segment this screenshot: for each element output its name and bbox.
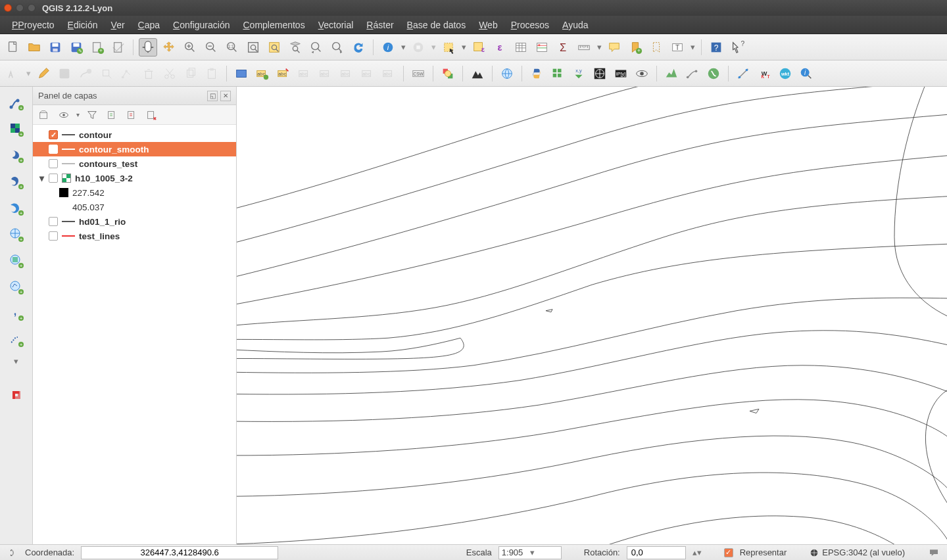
plugin-visibility-button[interactable] bbox=[633, 64, 651, 83]
statistics-button[interactable]: Σ bbox=[554, 38, 572, 57]
zoom-next-button[interactable] bbox=[328, 38, 347, 57]
refresh-button[interactable] bbox=[349, 38, 368, 57]
layer-remove-button[interactable] bbox=[144, 108, 158, 122]
identify-dropdown[interactable]: ▾ bbox=[400, 42, 406, 52]
open-table-button[interactable] bbox=[512, 38, 530, 57]
expand-icon[interactable]: ▾ bbox=[37, 173, 46, 183]
add-postgis-button[interactable]: + bbox=[7, 146, 26, 166]
layer-checkbox[interactable] bbox=[49, 159, 58, 168]
text-annotation-button[interactable]: T bbox=[668, 38, 687, 57]
select-dropdown[interactable]: ▾ bbox=[460, 42, 467, 52]
layer-row-contours-test[interactable]: contours_test bbox=[33, 156, 236, 171]
menu-vectorial[interactable]: Vectorial bbox=[312, 20, 360, 30]
menu-basedatos[interactable]: Base de datos bbox=[401, 20, 473, 30]
open-project-button[interactable] bbox=[25, 38, 43, 57]
new-project-button[interactable] bbox=[4, 38, 22, 57]
scale-combo[interactable]: 1:905 ▾ bbox=[498, 546, 562, 559]
layer-checkbox[interactable] bbox=[49, 130, 58, 139]
window-minimize-icon[interactable] bbox=[16, 4, 24, 12]
add-delimited-button[interactable]: ,+ bbox=[7, 304, 26, 323]
help-button[interactable]: ? bbox=[707, 38, 725, 57]
menu-ver[interactable]: Ver bbox=[105, 20, 132, 30]
render-checkbox[interactable] bbox=[724, 548, 733, 557]
plugin-checker-button[interactable] bbox=[439, 64, 457, 83]
layer-expand-button[interactable] bbox=[105, 108, 119, 122]
select-features-button[interactable] bbox=[439, 38, 458, 57]
plugin-globe-button[interactable] bbox=[498, 64, 516, 83]
plugin-wkt2-button[interactable]: wkt bbox=[776, 64, 794, 83]
add-wcs-button[interactable]: + bbox=[7, 251, 26, 271]
raster-class-row[interactable]: 227.542 bbox=[33, 185, 236, 200]
plugin-terrain-button[interactable] bbox=[468, 64, 487, 83]
rotation-input[interactable] bbox=[627, 546, 686, 559]
plugin-grid-button[interactable] bbox=[548, 64, 567, 83]
csw-button[interactable]: CSW bbox=[409, 64, 427, 83]
crs-button[interactable]: EPSG:3042 (al vuelo) bbox=[809, 548, 905, 558]
layer-checkbox[interactable] bbox=[49, 145, 58, 154]
map-canvas[interactable] bbox=[237, 87, 947, 544]
menu-ayuda[interactable]: Ayuda bbox=[556, 20, 595, 30]
plugin-ipython-button[interactable]: IP[y] bbox=[612, 64, 630, 83]
plugin-profile-button[interactable] bbox=[662, 64, 681, 83]
panel-close-button[interactable]: ✕ bbox=[220, 91, 231, 101]
field-calculator-button[interactable] bbox=[533, 38, 551, 57]
zoom-selection-button[interactable] bbox=[265, 38, 283, 57]
messages-icon[interactable] bbox=[927, 548, 940, 558]
plugin-python-button[interactable] bbox=[527, 64, 546, 83]
layer-row-contour[interactable]: contour bbox=[33, 128, 236, 142]
whats-this-button[interactable]: ? bbox=[728, 38, 746, 57]
add-wms-button[interactable]: + bbox=[7, 225, 26, 245]
layer-visibility-button[interactable] bbox=[57, 108, 71, 122]
plugin-info-button[interactable]: i bbox=[797, 64, 815, 83]
window-maximize-icon[interactable] bbox=[28, 4, 36, 12]
show-bookmarks-button[interactable] bbox=[647, 38, 666, 57]
coord-input[interactable] bbox=[81, 546, 278, 559]
map-tips-button[interactable] bbox=[605, 38, 623, 57]
add-wfs-button[interactable]: + bbox=[7, 277, 26, 297]
layer-row-testlines[interactable]: test_lines bbox=[33, 229, 236, 243]
plugin-diag-button[interactable] bbox=[734, 64, 752, 83]
zoom-out-button[interactable] bbox=[202, 38, 220, 57]
menu-raster[interactable]: Ráster bbox=[360, 20, 400, 30]
new-bookmark-button[interactable]: + bbox=[626, 38, 644, 57]
plugin-web-button[interactable] bbox=[591, 64, 609, 83]
measure-button[interactable] bbox=[575, 38, 593, 57]
menu-web[interactable]: Web bbox=[472, 20, 504, 30]
zoom-in-button[interactable] bbox=[181, 38, 199, 57]
composer-manager-button[interactable] bbox=[109, 38, 128, 57]
add-spatialite-button[interactable]: + bbox=[7, 172, 26, 192]
annotation-dropdown[interactable]: ▾ bbox=[689, 42, 696, 52]
new-print-composer-button[interactable]: + bbox=[88, 38, 107, 57]
plugin-line-button[interactable] bbox=[683, 64, 702, 83]
menu-edicion[interactable]: Edición bbox=[61, 20, 105, 30]
pan-to-selection-button[interactable] bbox=[160, 38, 178, 57]
select-by-expression-button[interactable]: ε bbox=[470, 38, 488, 57]
add-mssql-button[interactable]: + bbox=[7, 198, 26, 218]
layer-row-contour-smooth[interactable]: contour_smooth bbox=[33, 142, 236, 156]
layer-add-group-button[interactable] bbox=[37, 108, 51, 122]
layers-tree[interactable]: contour contour_smooth contours_test ▾ h… bbox=[33, 125, 236, 544]
label-layer-button[interactable]: abc bbox=[253, 64, 272, 83]
window-close-icon[interactable] bbox=[4, 4, 12, 12]
plugin-qgis2web-button[interactable] bbox=[704, 64, 723, 83]
add-virtual-button[interactable]: + bbox=[7, 330, 26, 350]
measure-dropdown[interactable]: ▾ bbox=[596, 42, 602, 52]
menu-procesos[interactable]: Procesos bbox=[504, 20, 556, 30]
layer-checkbox[interactable] bbox=[49, 231, 58, 241]
menu-configuracion[interactable]: Configuración bbox=[166, 20, 236, 30]
add-more-dropdown[interactable]: ▾ bbox=[13, 356, 20, 365]
plugin-wkt-button[interactable]: WTK bbox=[755, 64, 773, 83]
raster-class-row[interactable]: 405.037 bbox=[33, 200, 236, 214]
add-raster-button[interactable]: + bbox=[7, 120, 26, 139]
menu-capa[interactable]: Capa bbox=[132, 20, 166, 30]
deselect-button[interactable]: ε bbox=[491, 38, 509, 57]
layer-checkbox[interactable] bbox=[49, 217, 58, 226]
zoom-native-button[interactable]: 1:1 bbox=[223, 38, 241, 57]
zoom-last-button[interactable] bbox=[307, 38, 326, 57]
add-vector-button[interactable]: + bbox=[7, 93, 26, 113]
save-project-button[interactable] bbox=[46, 38, 64, 57]
layer-filter-button[interactable] bbox=[85, 108, 99, 122]
zoom-full-button[interactable] bbox=[244, 38, 262, 57]
toggle-editing-button[interactable] bbox=[34, 64, 53, 83]
toggle-extents-icon[interactable] bbox=[7, 548, 18, 557]
